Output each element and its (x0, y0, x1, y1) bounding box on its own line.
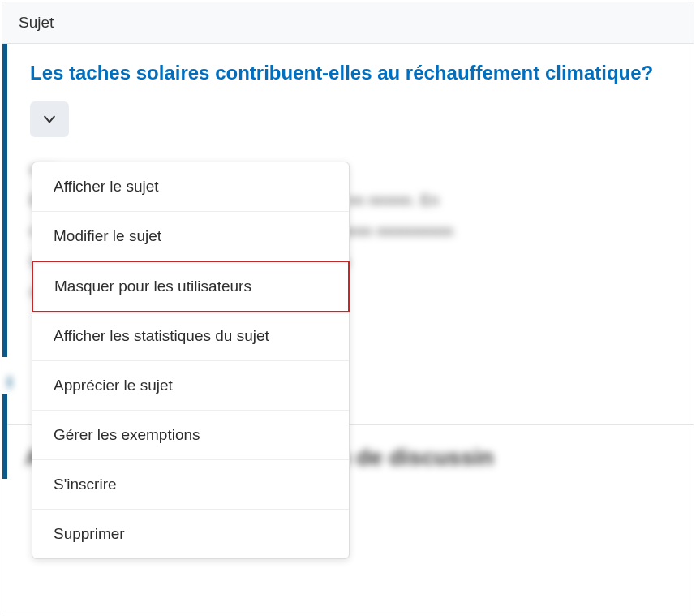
topic-actions-toggle[interactable] (30, 101, 69, 137)
side-indicator (2, 394, 7, 479)
menu-delete[interactable]: Supprimer (32, 510, 349, 558)
header-bar: Sujet (2, 2, 694, 44)
topic-title[interactable]: Les taches solaires contribuent-elles au… (30, 60, 671, 85)
app-container: Sujet Les taches solaires contribuent-el… (2, 2, 694, 614)
header-label: Sujet (19, 14, 54, 31)
menu-rate-topic[interactable]: Apprécier le sujet (32, 361, 349, 411)
menu-edit-topic[interactable]: Modifier le sujet (32, 212, 349, 261)
topic-actions-menu: Afficher le sujet Modifier le sujet Masq… (32, 162, 350, 559)
menu-view-topic[interactable]: Afficher le sujet (32, 162, 349, 212)
menu-hide-for-users[interactable]: Masquer pour les utilisateurs (32, 261, 350, 312)
chevron-down-icon (41, 111, 58, 127)
menu-subscribe[interactable]: S'inscrire (32, 460, 349, 510)
menu-manage-exemptions[interactable]: Gérer les exemptions (32, 411, 349, 460)
menu-view-stats[interactable]: Afficher les statistiques du sujet (32, 312, 349, 361)
